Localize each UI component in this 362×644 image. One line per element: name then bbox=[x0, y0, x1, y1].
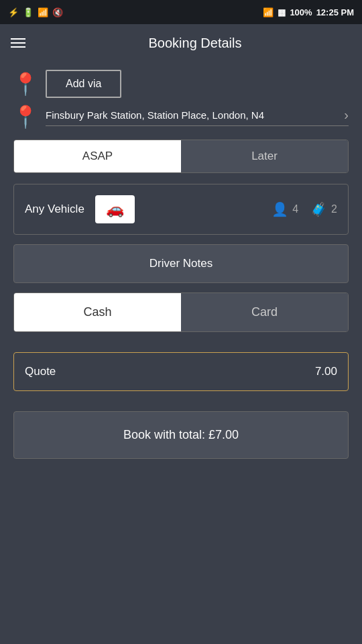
pickup-pin: 📍 bbox=[13, 72, 38, 96]
menu-button[interactable] bbox=[11, 38, 25, 48]
car-icon: 🚗 bbox=[106, 201, 124, 218]
add-via-row: 📍 Add via bbox=[13, 70, 349, 98]
quote-value: 7.00 bbox=[315, 365, 337, 378]
signal-icon: ▩ bbox=[278, 7, 286, 17]
page-title: Booking Details bbox=[39, 36, 351, 51]
timing-toggle: ASAP Later bbox=[13, 140, 349, 173]
asap-button[interactable]: ASAP bbox=[14, 140, 181, 172]
status-bar: ⚡ 🔋 📶 🔇 📶 ▩ 100% 12:25 PM bbox=[0, 0, 362, 24]
app-header: Booking Details bbox=[0, 24, 362, 62]
cash-button[interactable]: Cash bbox=[14, 293, 181, 331]
destination-pin: 📍 bbox=[13, 105, 38, 129]
vehicle-label: Any Vehicle bbox=[25, 203, 84, 216]
usb-icon: ⚡ bbox=[8, 7, 19, 17]
payment-toggle: Cash Card bbox=[13, 292, 349, 332]
destination-row[interactable]: 📍 Finsbury Park Station, Station Place, … bbox=[13, 105, 349, 129]
luggage-number: 2 bbox=[331, 203, 337, 215]
status-left: ⚡ 🔋 📶 🔇 bbox=[8, 7, 63, 17]
destination-input-area[interactable]: Finsbury Park Station, Station Place, Lo… bbox=[46, 107, 349, 126]
later-button[interactable]: Later bbox=[181, 140, 348, 172]
vehicle-icon-box: 🚗 bbox=[95, 195, 135, 223]
passenger-count: 👤 4 bbox=[272, 201, 298, 217]
quote-label: Quote bbox=[25, 365, 56, 378]
person-icon: 👤 bbox=[272, 201, 288, 217]
vehicle-selector[interactable]: Any Vehicle 🚗 👤 4 🧳 2 bbox=[13, 184, 349, 235]
pickup-pin-icon: 📍 bbox=[12, 71, 39, 97]
mute-icon: 🔇 bbox=[52, 7, 63, 17]
luggage-icon: 🧳 bbox=[310, 201, 327, 217]
passenger-number: 4 bbox=[292, 203, 298, 215]
card-button[interactable]: Card bbox=[181, 293, 348, 331]
add-via-button[interactable]: Add via bbox=[46, 70, 121, 98]
vehicle-meta: 👤 4 🧳 2 bbox=[272, 201, 337, 217]
quote-box: Quote 7.00 bbox=[13, 352, 349, 391]
main-content: 📍 Add via 📍 Finsbury Park Station, Stati… bbox=[0, 62, 362, 467]
driver-notes-button[interactable]: Driver Notes bbox=[13, 244, 349, 283]
chevron-right-icon: › bbox=[344, 107, 349, 123]
battery-percent: 100% bbox=[290, 7, 312, 17]
destination-text: Finsbury Park Station, Station Place, Lo… bbox=[46, 109, 339, 122]
book-button[interactable]: Book with total: £7.00 bbox=[13, 411, 349, 459]
battery-low-icon: 🔋 bbox=[23, 7, 34, 17]
destination-pin-icon: 📍 bbox=[12, 104, 39, 129]
sim-icon: 📶 bbox=[38, 7, 48, 17]
wifi-icon: 📶 bbox=[263, 7, 274, 17]
luggage-count: 🧳 2 bbox=[310, 201, 337, 217]
status-right: 📶 ▩ 100% 12:25 PM bbox=[263, 7, 354, 17]
time-display: 12:25 PM bbox=[316, 7, 354, 17]
